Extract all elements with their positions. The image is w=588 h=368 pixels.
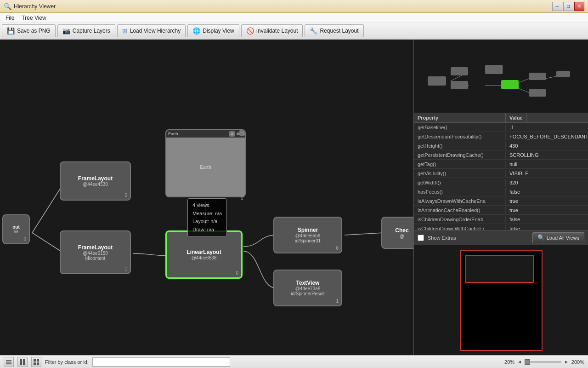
framelayout2-num: 1 <box>124 266 127 271</box>
info-draw: Draw: n/a <box>192 226 222 234</box>
svg-rect-13 <box>485 65 503 74</box>
spinner-node[interactable]: Spinner @44ee6ab8 id/Spinner01 0 <box>273 217 342 253</box>
minimize-button[interactable]: ─ <box>552 2 562 11</box>
minimap[interactable] <box>414 40 588 113</box>
titlebar: 🔍 Hierarchy Viewer ─ □ ✕ <box>0 0 588 13</box>
property-name: hasFocus() <box>414 188 506 196</box>
preview-inner-rect <box>465 255 534 283</box>
framelayout1-node[interactable]: FrameLayout @44ee4530 0 <box>60 161 131 201</box>
list-view-button[interactable] <box>4 357 14 367</box>
right-panel: Property Value getBaseline()-1getDescend… <box>413 40 588 355</box>
spinner-addr: @44ee6ab8 <box>295 233 321 238</box>
linearlayout-addr: @44ee6638 <box>192 255 217 260</box>
linearlayout-title: LinearLayout <box>187 249 221 255</box>
zoom-right-arrow[interactable]: ► <box>563 359 570 364</box>
properties-body[interactable]: getBaseline()-1getDescendantFocusability… <box>414 123 588 230</box>
load-all-views-button[interactable]: 🔍 Load All Views <box>532 232 584 243</box>
invalidate-layout-label: Invalidate Layout <box>256 28 298 34</box>
statusbar: Filter by class or id: 20% ◄ ► 200% <box>0 355 588 368</box>
show-extras-checkbox[interactable] <box>418 235 424 241</box>
spinner-title: Spinner <box>298 227 318 233</box>
property-value: 430 <box>506 142 588 150</box>
framelayout2-addr: @44ee6150 <box>83 251 108 256</box>
load-icon: 🔍 <box>537 234 545 241</box>
node-info-popup: 4 views Measure: n/a Layout: n/a Draw: n… <box>187 198 227 237</box>
save-png-label: Save as PNG <box>17 28 51 34</box>
preview-node[interactable]: Earth Earth ✕ □ <box>165 129 246 197</box>
grid-view-button[interactable] <box>31 357 41 367</box>
framelayout2-node[interactable]: FrameLayout @44ee6150 id/content 1 <box>60 230 131 274</box>
property-row: isAnimationCacheEnabled()true <box>414 206 588 215</box>
zoom-left-arrow[interactable]: ◄ <box>516 359 523 364</box>
maximize-button[interactable]: □ <box>563 2 573 11</box>
textview-title: TextView <box>296 280 320 286</box>
property-name: getTag() <box>414 161 506 168</box>
framelayout1-title: FrameLayout <box>78 175 113 182</box>
menu-file[interactable]: File <box>2 14 18 22</box>
property-name: isChildrenDrawingOrderEnab <box>414 216 506 223</box>
load-hierarchy-label: Load View Hierarchy <box>130 28 181 34</box>
left-node-title: out <box>12 224 20 230</box>
wrench-icon: 🔧 <box>310 27 317 34</box>
capture-layers-button[interactable]: 📷 Capture Layers <box>57 24 115 37</box>
svg-rect-20 <box>6 362 11 362</box>
framelayout1-num: 0 <box>124 193 127 198</box>
property-row: getBaseline()-1 <box>414 123 588 132</box>
show-extras-label: Show Extras <box>428 235 456 241</box>
info-layout: Layout: n/a <box>192 218 222 226</box>
display-view-button[interactable]: 🌐 Display View <box>187 24 239 37</box>
property-value: 320 <box>506 179 588 186</box>
filter-input[interactable] <box>92 357 230 367</box>
left-node-num: 0 <box>23 236 26 242</box>
preview-inner: Earth Earth ✕ □ <box>166 130 245 196</box>
property-value: false <box>506 216 588 223</box>
svg-rect-14 <box>501 80 519 89</box>
property-name: isAlwaysDrawnWithCacheEna <box>414 197 506 205</box>
textview-num: 1 <box>336 299 339 304</box>
save-png-button[interactable]: 💾 Save as PNG <box>2 24 56 37</box>
request-layout-button[interactable]: 🔧 Request Layout <box>305 24 363 37</box>
property-column-header: Property <box>414 113 506 122</box>
svg-rect-12 <box>451 81 468 89</box>
close-button[interactable]: ✕ <box>574 2 584 11</box>
svg-rect-23 <box>23 359 25 365</box>
menu-treeview[interactable]: Tree View <box>18 14 50 22</box>
zoom-max-label: 200% <box>571 359 584 365</box>
hierarchy-icon: ⊞ <box>122 27 128 34</box>
zoom-track[interactable] <box>525 361 561 363</box>
svg-rect-19 <box>6 360 11 361</box>
split-view-button[interactable] <box>17 357 28 367</box>
split-icon <box>19 359 26 365</box>
preview-app-text: Earth <box>168 132 178 136</box>
request-layout-label: Request Layout <box>320 28 358 34</box>
window-controls: ─ □ ✕ <box>552 2 584 11</box>
canvas-area[interactable]: out 68 0 FrameLayout @44ee4530 0 FrameLa… <box>0 40 413 355</box>
grid-icon <box>33 359 40 365</box>
framelayout2-title: FrameLayout <box>78 244 113 251</box>
left-node[interactable]: out 68 0 <box>2 214 30 244</box>
preview-close[interactable]: ✕ <box>229 131 235 137</box>
property-row: isChildrenDrawingOrderEnabfalse <box>414 215 588 224</box>
zoom-min-label: 20% <box>504 359 514 365</box>
checkbox-addr: @ <box>400 234 404 239</box>
linearlayout-num: 0 <box>236 270 238 276</box>
property-row: isChildrenDrawnWithCacheErfalse <box>414 224 588 230</box>
preview-outer-rect <box>460 250 543 351</box>
svg-line-2 <box>345 233 384 235</box>
preview-panel[interactable] <box>414 245 588 355</box>
svg-rect-24 <box>34 359 36 362</box>
preview-max[interactable]: □ <box>239 130 245 136</box>
zoom-area: 20% ◄ ► 200% <box>504 359 584 365</box>
svg-rect-15 <box>529 73 546 80</box>
textview-node[interactable]: TextView @44ee73a8 id/SpinnerResult 1 <box>273 270 342 306</box>
load-hierarchy-button[interactable]: ⊞ Load View Hierarchy <box>117 24 186 37</box>
property-value: true <box>506 197 588 205</box>
checkbox-node[interactable]: Chec @ <box>381 217 413 249</box>
menubar: File Tree View <box>0 13 588 23</box>
properties-footer: Show Extras 🔍 Load All Views <box>414 230 588 245</box>
app-title: Hierarchy Viewer <box>14 3 552 10</box>
stop-icon: 🚫 <box>246 27 254 34</box>
linearlayout-node[interactable]: LinearLayout @44ee6638 0 <box>165 230 243 279</box>
invalidate-layout-button[interactable]: 🚫 Invalidate Layout <box>241 24 303 37</box>
zoom-thumb[interactable] <box>525 359 530 365</box>
